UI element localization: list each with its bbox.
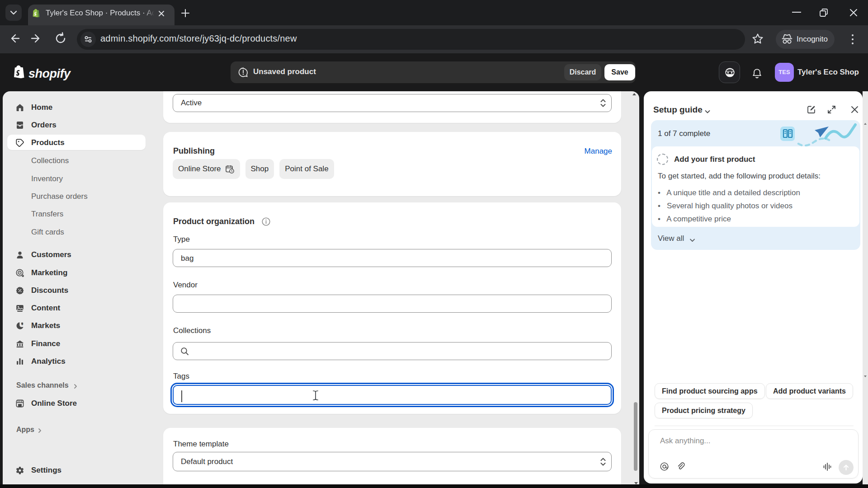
svg-text:$: $ (21, 322, 24, 326)
